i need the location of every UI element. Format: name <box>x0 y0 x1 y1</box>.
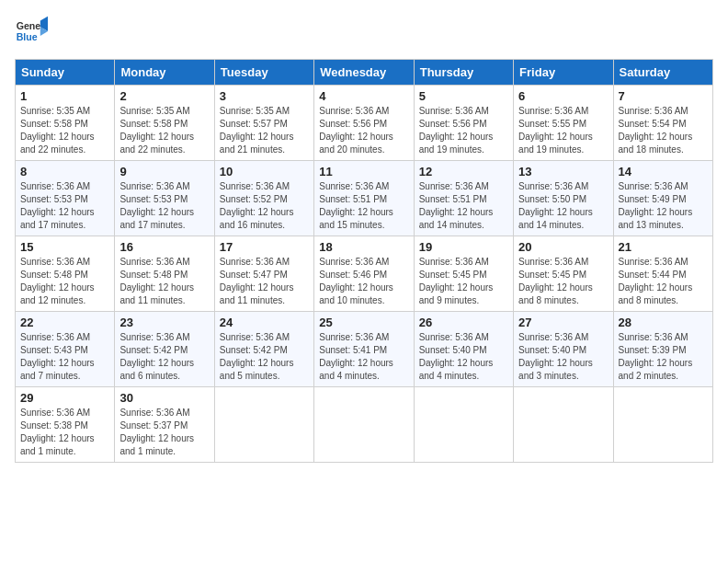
calendar-cell <box>613 387 712 463</box>
day-info: Sunrise: 5:36 AM Sunset: 5:37 PM Dayligh… <box>119 407 209 458</box>
day-info: Sunrise: 5:35 AM Sunset: 5:57 PM Dayligh… <box>220 105 309 156</box>
day-info: Sunrise: 5:36 AM Sunset: 5:48 PM Dayligh… <box>20 256 109 307</box>
calendar-cell: 6Sunrise: 5:36 AM Sunset: 5:55 PM Daylig… <box>514 86 613 161</box>
calendar-body: 1Sunrise: 5:35 AM Sunset: 5:58 PM Daylig… <box>16 86 713 463</box>
day-number: 29 <box>20 391 109 405</box>
day-number: 5 <box>419 89 508 103</box>
calendar-cell: 28Sunrise: 5:36 AM Sunset: 5:39 PM Dayli… <box>613 312 712 387</box>
weekday-header: Friday <box>514 60 613 86</box>
day-info: Sunrise: 5:35 AM Sunset: 5:58 PM Dayligh… <box>119 105 209 156</box>
calendar-cell <box>514 387 613 463</box>
day-info: Sunrise: 5:36 AM Sunset: 5:55 PM Dayligh… <box>518 105 608 156</box>
logo: General Blue <box>15 15 48 48</box>
calendar-header-row: SundayMondayTuesdayWednesdayThursdayFrid… <box>16 60 713 86</box>
svg-text:Blue: Blue <box>17 31 38 42</box>
day-number: 18 <box>319 240 408 254</box>
calendar-cell: 12Sunrise: 5:36 AM Sunset: 5:51 PM Dayli… <box>414 161 513 236</box>
calendar-cell: 1Sunrise: 5:35 AM Sunset: 5:58 PM Daylig… <box>16 86 115 161</box>
day-info: Sunrise: 5:36 AM Sunset: 5:51 PM Dayligh… <box>319 180 408 232</box>
day-info: Sunrise: 5:36 AM Sunset: 5:53 PM Dayligh… <box>20 180 109 232</box>
calendar-week-row: 8Sunrise: 5:36 AM Sunset: 5:53 PM Daylig… <box>16 161 713 236</box>
day-number: 6 <box>518 89 608 103</box>
day-info: Sunrise: 5:36 AM Sunset: 5:40 PM Dayligh… <box>419 331 508 383</box>
day-number: 11 <box>319 165 408 178</box>
day-info: Sunrise: 5:36 AM Sunset: 5:56 PM Dayligh… <box>319 105 408 156</box>
day-number: 22 <box>20 316 109 329</box>
weekday-header: Wednesday <box>314 60 414 86</box>
day-info: Sunrise: 5:36 AM Sunset: 5:47 PM Dayligh… <box>220 256 309 307</box>
calendar-cell: 25Sunrise: 5:36 AM Sunset: 5:41 PM Dayli… <box>314 312 414 387</box>
calendar-cell: 11Sunrise: 5:36 AM Sunset: 5:51 PM Dayli… <box>314 161 414 236</box>
calendar-cell: 30Sunrise: 5:36 AM Sunset: 5:37 PM Dayli… <box>115 387 214 463</box>
calendar-cell: 13Sunrise: 5:36 AM Sunset: 5:50 PM Dayli… <box>514 161 613 236</box>
day-number: 1 <box>20 89 109 103</box>
calendar-cell: 23Sunrise: 5:36 AM Sunset: 5:42 PM Dayli… <box>115 312 214 387</box>
day-info: Sunrise: 5:36 AM Sunset: 5:42 PM Dayligh… <box>119 331 209 383</box>
day-number: 25 <box>319 316 408 329</box>
day-number: 30 <box>119 391 209 405</box>
calendar-cell: 15Sunrise: 5:36 AM Sunset: 5:48 PM Dayli… <box>16 236 115 312</box>
day-info: Sunrise: 5:36 AM Sunset: 5:54 PM Dayligh… <box>619 105 708 156</box>
day-number: 21 <box>619 240 708 254</box>
calendar-cell: 16Sunrise: 5:36 AM Sunset: 5:48 PM Dayli… <box>115 236 214 312</box>
calendar-cell: 14Sunrise: 5:36 AM Sunset: 5:49 PM Dayli… <box>613 161 712 236</box>
header: General Blue <box>15 15 713 48</box>
day-info: Sunrise: 5:36 AM Sunset: 5:48 PM Dayligh… <box>119 256 209 307</box>
day-info: Sunrise: 5:36 AM Sunset: 5:51 PM Dayligh… <box>419 180 508 232</box>
day-number: 12 <box>419 165 508 178</box>
day-info: Sunrise: 5:36 AM Sunset: 5:46 PM Dayligh… <box>319 256 408 307</box>
day-number: 7 <box>619 89 708 103</box>
day-info: Sunrise: 5:36 AM Sunset: 5:40 PM Dayligh… <box>518 331 608 383</box>
calendar-cell: 2Sunrise: 5:35 AM Sunset: 5:58 PM Daylig… <box>115 86 214 161</box>
day-info: Sunrise: 5:36 AM Sunset: 5:38 PM Dayligh… <box>20 407 109 458</box>
calendar-cell: 18Sunrise: 5:36 AM Sunset: 5:46 PM Dayli… <box>314 236 414 312</box>
calendar-cell: 17Sunrise: 5:36 AM Sunset: 5:47 PM Dayli… <box>214 236 313 312</box>
calendar-cell <box>314 387 414 463</box>
calendar-cell: 8Sunrise: 5:36 AM Sunset: 5:53 PM Daylig… <box>16 161 115 236</box>
calendar-cell: 26Sunrise: 5:36 AM Sunset: 5:40 PM Dayli… <box>414 312 513 387</box>
calendar-cell: 21Sunrise: 5:36 AM Sunset: 5:44 PM Dayli… <box>613 236 712 312</box>
calendar-cell: 29Sunrise: 5:36 AM Sunset: 5:38 PM Dayli… <box>16 387 115 463</box>
day-number: 9 <box>119 165 209 178</box>
calendar-cell: 9Sunrise: 5:36 AM Sunset: 5:53 PM Daylig… <box>115 161 214 236</box>
weekday-header: Tuesday <box>214 60 313 86</box>
calendar-cell: 20Sunrise: 5:36 AM Sunset: 5:45 PM Dayli… <box>514 236 613 312</box>
calendar-cell: 7Sunrise: 5:36 AM Sunset: 5:54 PM Daylig… <box>613 86 712 161</box>
day-number: 13 <box>518 165 608 178</box>
day-number: 4 <box>319 89 408 103</box>
weekday-header: Sunday <box>16 60 115 86</box>
day-info: Sunrise: 5:36 AM Sunset: 5:39 PM Dayligh… <box>619 331 708 383</box>
day-info: Sunrise: 5:36 AM Sunset: 5:42 PM Dayligh… <box>220 331 309 383</box>
calendar-cell <box>214 387 313 463</box>
calendar-cell: 22Sunrise: 5:36 AM Sunset: 5:43 PM Dayli… <box>16 312 115 387</box>
day-number: 20 <box>518 240 608 254</box>
logo-icon: General Blue <box>15 15 48 48</box>
calendar-week-row: 22Sunrise: 5:36 AM Sunset: 5:43 PM Dayli… <box>16 312 713 387</box>
weekday-header: Thursday <box>414 60 513 86</box>
day-number: 3 <box>220 89 309 103</box>
day-info: Sunrise: 5:36 AM Sunset: 5:45 PM Dayligh… <box>518 256 608 307</box>
day-number: 10 <box>220 165 309 178</box>
day-info: Sunrise: 5:36 AM Sunset: 5:49 PM Dayligh… <box>619 180 708 232</box>
day-info: Sunrise: 5:35 AM Sunset: 5:58 PM Dayligh… <box>20 105 109 156</box>
day-info: Sunrise: 5:36 AM Sunset: 5:44 PM Dayligh… <box>619 256 708 307</box>
day-number: 14 <box>619 165 708 178</box>
calendar: SundayMondayTuesdayWednesdayThursdayFrid… <box>15 59 713 463</box>
day-info: Sunrise: 5:36 AM Sunset: 5:53 PM Dayligh… <box>119 180 209 232</box>
calendar-cell: 24Sunrise: 5:36 AM Sunset: 5:42 PM Dayli… <box>214 312 313 387</box>
day-info: Sunrise: 5:36 AM Sunset: 5:52 PM Dayligh… <box>220 180 309 232</box>
day-number: 26 <box>419 316 508 329</box>
day-info: Sunrise: 5:36 AM Sunset: 5:41 PM Dayligh… <box>319 331 408 383</box>
day-number: 24 <box>220 316 309 329</box>
day-number: 17 <box>220 240 309 254</box>
day-number: 2 <box>119 89 209 103</box>
day-info: Sunrise: 5:36 AM Sunset: 5:50 PM Dayligh… <box>518 180 608 232</box>
day-number: 19 <box>419 240 508 254</box>
day-number: 27 <box>518 316 608 329</box>
calendar-cell: 10Sunrise: 5:36 AM Sunset: 5:52 PM Dayli… <box>214 161 313 236</box>
calendar-week-row: 29Sunrise: 5:36 AM Sunset: 5:38 PM Dayli… <box>16 387 713 463</box>
weekday-header: Monday <box>115 60 214 86</box>
day-info: Sunrise: 5:36 AM Sunset: 5:56 PM Dayligh… <box>419 105 508 156</box>
calendar-cell: 3Sunrise: 5:35 AM Sunset: 5:57 PM Daylig… <box>214 86 313 161</box>
calendar-cell: 27Sunrise: 5:36 AM Sunset: 5:40 PM Dayli… <box>514 312 613 387</box>
